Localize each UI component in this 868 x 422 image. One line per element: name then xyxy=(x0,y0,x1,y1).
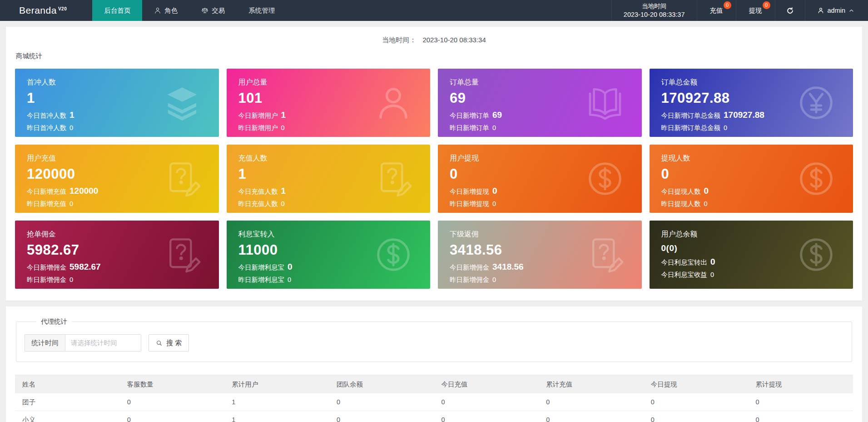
main-menu: 后台首页 角色 交易 系统管理 xyxy=(92,0,287,21)
stat-card: 订单总金额 170927.88 今日新增订单总金额170927.88 昨日新增订… xyxy=(650,69,853,137)
column-header: 累计用户 xyxy=(224,380,329,389)
card-yesterday-label: 昨日新增提现 xyxy=(450,200,489,208)
recharge-label: 充值 xyxy=(710,6,723,15)
card-yesterday-value: 0 xyxy=(710,271,714,278)
nav-item-角色[interactable]: 角色 xyxy=(142,0,189,21)
card-today-label: 今日新增充值 xyxy=(27,187,66,196)
card-today-label: 今日新增利息宝 xyxy=(238,263,285,272)
stat-time-label: 统计时间 xyxy=(25,334,65,352)
card-yesterday-value: 0 xyxy=(704,200,708,207)
refresh-button[interactable] xyxy=(775,0,805,21)
refresh-icon xyxy=(786,7,794,15)
card-today-value: 170927.88 xyxy=(724,110,764,120)
card-today-value: 3418.56 xyxy=(492,262,524,272)
card-yesterday-label: 昨日新增佣金 xyxy=(450,276,489,284)
withdraw-button[interactable]: 提现 0 xyxy=(736,0,775,21)
local-time-label: 当地时间 xyxy=(642,2,666,10)
brand-name: Beranda xyxy=(19,5,57,16)
card-today-value: 0 xyxy=(704,186,709,196)
card-today-value: 0 xyxy=(710,257,715,267)
search-button[interactable]: 搜 索 xyxy=(149,334,189,352)
agent-table: 姓名客服数量累计用户团队余额今日充值累计充值今日提现累计提现 团子0100000… xyxy=(15,375,853,422)
card-yesterday-value: 0 xyxy=(724,124,727,131)
table-cell: 0 xyxy=(644,416,749,422)
dollar-icon xyxy=(585,159,625,198)
card-yesterday-value: 0 xyxy=(281,124,285,131)
card-yesterday-value: 0 xyxy=(492,124,496,131)
agent-filter-row: 统计时间 搜 索 xyxy=(25,334,843,352)
doc-icon xyxy=(585,235,625,274)
content-time-value: 2023-10-20 08:33:34 xyxy=(422,36,486,44)
table-header-row: 姓名客服数量累计用户团队余额今日充值累计充值今日提现累计提现 xyxy=(15,375,853,393)
navbar-right: 当地时间 2023-10-20 08:33:37 充值 0 提现 0 admin xyxy=(611,0,868,21)
card-today-value: 69 xyxy=(492,110,502,120)
card-today-value: 0 xyxy=(288,262,293,272)
card-yesterday-value: 0 xyxy=(288,276,291,283)
card-yesterday-label: 昨日新增订单总金额 xyxy=(661,124,721,132)
withdraw-label: 提现 xyxy=(749,6,762,15)
table-cell: 1 xyxy=(224,398,329,406)
chevron-up-icon xyxy=(848,8,854,14)
card-today-value: 1 xyxy=(281,110,286,120)
card-today-label: 今日新增订单 xyxy=(450,111,489,120)
table-cell: 0 xyxy=(748,416,853,422)
book-icon xyxy=(585,83,625,122)
column-header: 累计提现 xyxy=(748,380,853,389)
stat-time-input[interactable] xyxy=(65,334,141,352)
stat-card: 用户充值 120000 今日新增充值120000 昨日新增充值0 xyxy=(15,145,219,213)
table-cell: 0 xyxy=(120,398,225,406)
doc-icon xyxy=(374,159,413,198)
card-today-label: 今日提现人数 xyxy=(661,187,701,196)
table-cell: 0 xyxy=(329,416,434,422)
content-time-label: 当地时间： xyxy=(382,36,416,44)
doc-icon xyxy=(163,235,202,274)
nav-item-后台首页[interactable]: 后台首页 xyxy=(92,0,142,21)
column-header: 客服数量 xyxy=(120,380,225,389)
user-icon xyxy=(154,7,161,14)
username: admin xyxy=(828,7,846,14)
user-menu[interactable]: admin xyxy=(805,0,868,21)
dollar-icon xyxy=(374,235,413,274)
content-local-time: 当地时间： 2023-10-20 08:33:34 xyxy=(6,27,862,50)
table-cell: 团子 xyxy=(15,398,120,407)
agent-fieldset: 代理统计 统计时间 搜 索 xyxy=(16,317,852,362)
stat-card: 首冲人数 1 今日首冲人数1 昨日首冲人数0 xyxy=(15,69,219,137)
stat-card: 充值人数 1 今日充值人数1 昨日充值人数0 xyxy=(227,145,431,213)
table-cell: 0 xyxy=(644,398,749,406)
stat-card: 下级返佣 3418.56 今日新增佣金3418.56 昨日新增佣金0 xyxy=(438,221,642,289)
brand-logo: BerandaV20 xyxy=(0,0,92,21)
navbar-local-time: 当地时间 2023-10-20 08:33:37 xyxy=(611,0,697,21)
search-icon xyxy=(156,340,163,347)
card-yesterday-label: 昨日首冲人数 xyxy=(27,124,66,132)
stat-card: 提现人数 0 今日提现人数0 昨日提现人数0 xyxy=(650,145,853,213)
agent-panel: 代理统计 统计时间 搜 索 姓名客服数量累计用户团队余额今日充值累计充值今日提现… xyxy=(6,306,862,422)
card-today-value: 120000 xyxy=(69,186,98,196)
table-cell: 0 xyxy=(748,398,853,406)
nav-item-交易[interactable]: 交易 xyxy=(189,0,237,21)
stat-card: 用户总余额 0(0) 今日利息宝转出0 今日利息宝收益0 xyxy=(650,221,853,289)
card-today-value: 0 xyxy=(492,186,497,196)
user-icon xyxy=(374,83,413,122)
user-icon xyxy=(817,7,824,14)
column-header: 今日提现 xyxy=(644,380,749,389)
column-header: 姓名 xyxy=(15,380,120,389)
doc-icon xyxy=(163,159,202,198)
card-today-label: 今日新增佣金 xyxy=(27,263,66,272)
stats-section-title: 商城统计 xyxy=(16,52,862,60)
card-today-value: 1 xyxy=(281,186,286,196)
dollar-icon xyxy=(797,235,836,274)
stat-card: 用户提现 0 今日新增提现0 昨日新增提现0 xyxy=(438,145,642,213)
card-yesterday-label: 昨日新增充值 xyxy=(27,200,66,208)
card-today-label: 今日充值人数 xyxy=(238,187,278,196)
table-cell: 0 xyxy=(539,416,644,422)
table-row: 团子0100000 xyxy=(15,393,853,411)
recharge-button[interactable]: 充值 0 xyxy=(697,0,736,21)
card-yesterday-value: 0 xyxy=(69,200,73,207)
card-yesterday-label: 昨日提现人数 xyxy=(661,200,701,208)
top-navbar: BerandaV20 后台首页 角色 交易 系统管理 当地时间 2023-10-… xyxy=(0,0,868,21)
brand-version: V20 xyxy=(58,6,67,11)
stat-card: 订单总量 69 今日新增订单69 昨日新增订单0 xyxy=(438,69,642,137)
nav-item-系统管理[interactable]: 系统管理 xyxy=(237,0,287,21)
table-cell: 1 xyxy=(224,416,329,422)
stats-grid: 首冲人数 1 今日首冲人数1 昨日首冲人数0 用户总量 101 今日新增用户1 … xyxy=(15,69,853,289)
